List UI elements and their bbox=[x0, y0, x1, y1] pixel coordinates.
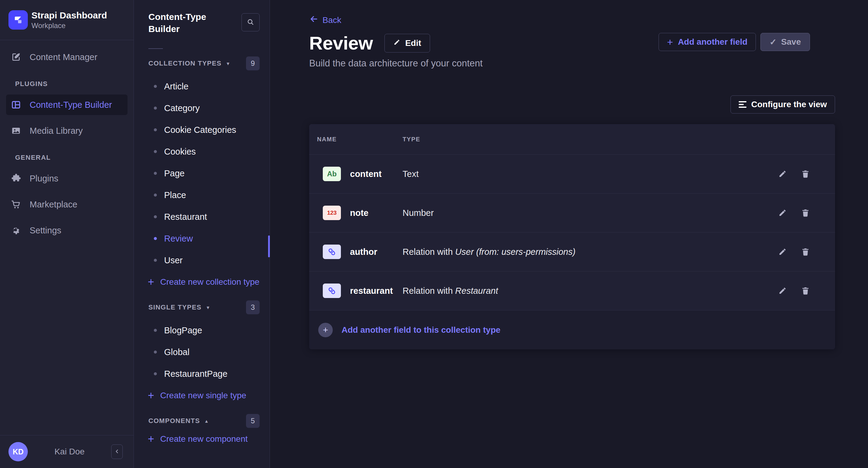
nav-item-marketplace[interactable]: Marketplace bbox=[6, 194, 128, 215]
add-field-to-collection-row[interactable]: + Add another field to this collection t… bbox=[309, 310, 835, 349]
list-item-review-active[interactable]: Review bbox=[134, 228, 270, 249]
nav-item-content-type-builder[interactable]: Content-Type Builder bbox=[6, 95, 128, 115]
gear-icon bbox=[11, 225, 21, 235]
nav-item-label: Media Library bbox=[30, 126, 83, 136]
delete-field-button[interactable] bbox=[801, 208, 810, 218]
table-row-author[interactable]: author Relation with User (from: users-p… bbox=[309, 233, 835, 271]
table-header-row: NAME TYPE bbox=[309, 124, 835, 155]
list-item-label: RestaurantPage bbox=[164, 369, 227, 379]
edit-field-button[interactable] bbox=[778, 208, 787, 218]
add-field-footer-label: Add another field to this collection typ… bbox=[342, 325, 500, 335]
bullet-icon bbox=[154, 128, 157, 131]
list-item-user[interactable]: User bbox=[134, 249, 270, 271]
nav-item-plugins[interactable]: Plugins bbox=[6, 168, 128, 189]
pen-square-icon bbox=[11, 52, 21, 62]
edit-field-button[interactable] bbox=[778, 169, 787, 178]
text-field-icon: Ab bbox=[323, 167, 341, 181]
list-item-article[interactable]: Article bbox=[134, 75, 270, 97]
save-button[interactable]: ✓ Save bbox=[761, 33, 810, 51]
delete-field-button[interactable] bbox=[801, 247, 810, 256]
main-sidebar: Strapi Dashboard Workplace Content Manag… bbox=[0, 0, 134, 468]
table-row-content[interactable]: Ab content Text bbox=[309, 155, 835, 194]
nav-item-label: Content-Type Builder bbox=[30, 100, 112, 110]
bullet-icon bbox=[154, 194, 157, 197]
list-item-page[interactable]: Page bbox=[134, 162, 270, 184]
list-item-label: Global bbox=[164, 347, 189, 357]
list-item-label: Page bbox=[164, 168, 185, 178]
list-item-label: Cookies bbox=[164, 147, 196, 157]
components-label[interactable]: COMPONENTS bbox=[148, 417, 200, 425]
table-row-note[interactable]: 123 note Number bbox=[309, 194, 835, 233]
check-icon: ✓ bbox=[770, 37, 776, 47]
list-item-place[interactable]: Place bbox=[134, 184, 270, 206]
collection-types-label[interactable]: COLLECTION TYPES bbox=[148, 60, 221, 67]
number-field-icon: 123 bbox=[323, 206, 341, 220]
field-type: Relation with User (from: users-permissi… bbox=[403, 247, 778, 257]
app-window: Strapi Dashboard Workplace Content Manag… bbox=[0, 0, 868, 468]
nav-item-settings[interactable]: Settings bbox=[6, 220, 128, 241]
bullet-icon bbox=[154, 172, 157, 175]
delete-field-button[interactable] bbox=[801, 286, 810, 295]
nav-item-label: Marketplace bbox=[30, 200, 78, 209]
create-single-type-link[interactable]: + Create new single type bbox=[134, 385, 270, 406]
collapse-sidebar-button[interactable] bbox=[111, 444, 123, 459]
edit-field-button[interactable] bbox=[778, 247, 787, 256]
create-collection-type-link[interactable]: + Create new collection type bbox=[134, 271, 270, 293]
list-item-blogpage[interactable]: BlogPage bbox=[134, 320, 270, 341]
filter-lines-icon bbox=[739, 101, 746, 108]
create-link-label: Create new collection type bbox=[160, 277, 259, 287]
caret-down-icon[interactable]: ▼ bbox=[226, 61, 230, 66]
field-type: Relation with Restaurant bbox=[403, 286, 778, 296]
list-item-label: Place bbox=[164, 190, 186, 200]
edit-button[interactable]: Edit bbox=[384, 34, 430, 53]
pencil-icon bbox=[393, 38, 400, 48]
components-count-badge: 5 bbox=[246, 414, 259, 428]
list-item-cookies[interactable]: Cookies bbox=[134, 141, 270, 162]
add-another-field-button[interactable]: + Add another field bbox=[658, 33, 756, 51]
workspace-brand[interactable]: Strapi Dashboard Workplace bbox=[0, 0, 133, 40]
table-row-restaurant[interactable]: restaurant Relation with Restaurant bbox=[309, 271, 835, 310]
user-avatar[interactable]: KD bbox=[8, 442, 28, 461]
brand-title: Strapi Dashboard bbox=[31, 10, 107, 21]
edit-field-button[interactable] bbox=[778, 286, 787, 295]
field-name: restaurant bbox=[350, 286, 393, 296]
caret-down-icon[interactable]: ▼ bbox=[206, 305, 210, 310]
main-content: Back + Add another field ✓ Save Review E… bbox=[270, 0, 868, 468]
list-item-label: Review bbox=[164, 234, 193, 244]
back-link[interactable]: Back bbox=[309, 14, 341, 26]
user-name: Kai Doe bbox=[28, 447, 111, 457]
plus-icon: + bbox=[148, 276, 154, 288]
bullet-icon bbox=[154, 150, 157, 153]
single-types-label[interactable]: SINGLE TYPES bbox=[148, 303, 202, 311]
bullet-icon bbox=[154, 372, 157, 375]
header-actions: + Add another field ✓ Save bbox=[658, 33, 810, 51]
list-item-global[interactable]: Global bbox=[134, 341, 270, 363]
sidebar-user-area: KD Kai Doe bbox=[0, 435, 133, 468]
configure-view-button[interactable]: Configure the view bbox=[731, 95, 835, 113]
layout-grid-icon bbox=[11, 100, 21, 110]
create-link-label: Create new single type bbox=[160, 391, 246, 400]
list-item-cookie-categories[interactable]: Cookie Categories bbox=[134, 119, 270, 141]
picture-icon bbox=[11, 126, 21, 136]
search-button[interactable] bbox=[242, 13, 259, 31]
nav-item-label: Settings bbox=[30, 226, 61, 235]
list-item-category[interactable]: Category bbox=[134, 97, 270, 119]
cart-icon bbox=[11, 199, 21, 209]
relation-field-icon bbox=[323, 244, 341, 259]
create-component-link[interactable]: + Create new component bbox=[134, 428, 270, 450]
fields-table: NAME TYPE Ab content Text 123 note bbox=[309, 124, 835, 349]
brand-subtitle: Workplace bbox=[31, 21, 107, 30]
nav-item-media-library[interactable]: Media Library bbox=[6, 121, 128, 141]
bullet-icon bbox=[154, 259, 157, 262]
list-item-restaurant[interactable]: Restaurant bbox=[134, 206, 270, 228]
edit-label: Edit bbox=[405, 38, 421, 48]
strapi-logo-icon bbox=[8, 10, 28, 30]
list-item-restaurantpage[interactable]: RestaurantPage bbox=[134, 363, 270, 385]
list-item-label: Cookie Categories bbox=[164, 125, 236, 135]
caret-up-icon[interactable]: ▲ bbox=[204, 419, 209, 424]
field-name: author bbox=[350, 247, 377, 257]
search-icon bbox=[247, 18, 254, 27]
nav-item-content-manager[interactable]: Content Manager bbox=[6, 47, 128, 67]
field-name: note bbox=[350, 208, 368, 218]
delete-field-button[interactable] bbox=[801, 169, 810, 178]
